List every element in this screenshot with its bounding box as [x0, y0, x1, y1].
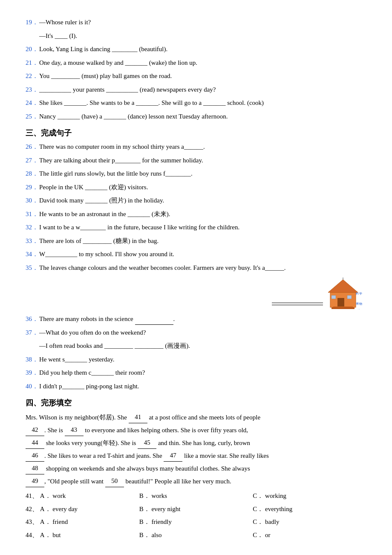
options-row-44: 44、 A． but B． also C． or [26, 530, 366, 541]
opt-41-label: 41、 A． work [26, 491, 139, 502]
q22-text: You _________ (must) play ball games on … [39, 71, 366, 82]
question-29: 29． People in the UK _______ (欢迎) visito… [26, 182, 366, 193]
svg-marker-1 [328, 280, 358, 292]
q40-num: 40． [26, 381, 39, 392]
q32-num: 32． [26, 222, 39, 233]
passage-line6: 49, "Old people still want 50 beautiful!… [26, 475, 366, 487]
blank-45: 45 [138, 437, 156, 449]
q33-text: There are lots of _________ (糖果) in the … [39, 236, 366, 247]
q31-num: 31． [26, 209, 39, 220]
question-26: 26． There was no computer room in my sch… [26, 142, 366, 153]
q30-text: David took many _______ (照片) in the holi… [39, 195, 366, 206]
q34-num: 34． [26, 249, 39, 260]
options-row-41: 41、 A． work B． works C． working [26, 491, 366, 502]
blank-50: 50 [105, 475, 124, 487]
q19-line1: —Whose ruler is it? [39, 17, 366, 28]
question-31: 31． He wants to be an astronaut in the _… [26, 209, 366, 220]
passage-line2: 42. She is 43 to everyone and likes help… [26, 424, 366, 436]
question-32: 32． I want to be a w________ in the futu… [26, 222, 366, 233]
opt-44-a: 44、 A． but [26, 530, 139, 541]
question-28: 28． The little girl runs slowly, but the… [26, 168, 366, 179]
question-38: 38． He went s_______ yesterday. [26, 354, 366, 365]
q20-text: Look, Yang Ling is dancing ________ (bea… [39, 44, 366, 55]
q26-num: 26． [26, 142, 39, 153]
q39-num: 39． [26, 367, 39, 379]
q20-num: 20． [26, 44, 39, 55]
blank-49: 49 [26, 475, 44, 487]
q34-text: W__________ to my school. I'll show you … [39, 249, 366, 260]
q26-text: There was no computer room in my school … [39, 142, 366, 153]
options-row-42: 42、 A． every day B． every night C． every… [26, 504, 366, 515]
q28-num: 28． [26, 168, 39, 179]
q35-num: 35． [26, 263, 39, 274]
museum-line-1 [272, 303, 323, 303]
q27-num: 27． [26, 155, 39, 166]
question-30: 30． David took many _______ (照片) in the … [26, 195, 366, 206]
opt-43-a: 43、 A． friend [26, 517, 139, 528]
q36-num: 36． [26, 314, 39, 325]
q28-text: The little girl runs slowly, but the lit… [39, 168, 366, 179]
question-21: 21． One day, a mouse walked by and _____… [26, 58, 366, 69]
opt-41-b: B． works [139, 491, 253, 502]
opt-42-b: B． every night [139, 504, 253, 515]
q25-num: 25． [26, 111, 39, 122]
blank-46: 46 [26, 450, 44, 462]
opt-43-c: C． badly [253, 517, 366, 528]
opt-41-c: C． working [253, 491, 366, 502]
opt-44-c: C． or [253, 530, 366, 541]
q19-line2: —It's ____ (I). [39, 31, 366, 42]
section4-title: 四、完形填空 [26, 398, 366, 408]
cloze-passage: Mrs. Wilson is my neighbor(邻居). She 41 a… [26, 411, 366, 487]
svg-text:物: 物 [359, 302, 362, 305]
question-25: 25． Nancy _______ (have) a _______ (danc… [26, 111, 366, 122]
q39-text: Did you help them c_______ their room? [39, 367, 366, 379]
q21-num: 21． [26, 58, 39, 69]
svg-text:学: 学 [359, 292, 362, 295]
q23-num: 23． [26, 84, 39, 95]
section3-title: 三、完成句子 [26, 128, 366, 138]
opt-44-b: B． also [139, 530, 253, 541]
q24-num: 24． [26, 98, 39, 109]
blank-42: 42 [26, 424, 44, 436]
q37-num: 37． [26, 327, 39, 338]
blank-48: 48 [26, 462, 44, 474]
passage-line3: 44 she looks very young(年轻). She is 45 a… [26, 437, 366, 449]
q33-num: 33． [26, 236, 39, 247]
blank-47: 47 [164, 450, 182, 462]
passage-line1: Mrs. Wilson is my neighbor(邻居). She 41 a… [26, 411, 366, 423]
question-36: 36． There are many robots in the science… [26, 314, 366, 325]
q27-text: They are talking about their p________ f… [39, 155, 366, 166]
question-39: 39． Did you help them c_______ their roo… [26, 367, 366, 379]
q35-text: The leaves change colours and the weathe… [39, 263, 366, 274]
museum-building-icon: 科 学 博 物 馆 [328, 278, 366, 309]
blank-41: 41 [129, 411, 147, 423]
question-23: 23． __________ your parents __________ (… [26, 84, 366, 95]
opt-42-c: C． everything [253, 504, 366, 515]
question-34: 34． W__________ to my school. I'll show … [26, 249, 366, 260]
q37-line2: —I often read books and _________ ______… [39, 341, 366, 352]
options-row-43: 43、 A． friend B． friendly C． badly [26, 517, 366, 528]
question-22: 22． You _________ (must) play ball games… [26, 71, 366, 82]
svg-rect-2 [337, 298, 344, 307]
svg-text:馆: 馆 [357, 309, 361, 309]
svg-rect-4 [347, 295, 352, 299]
options-container: 41、 A． work B． works C． working 42、 A． e… [26, 491, 366, 541]
blank-43: 43 [65, 424, 84, 436]
q22-num: 22． [26, 71, 39, 82]
opt-43-b: B． friendly [139, 517, 253, 528]
q40-text: I didn't p_______ ping-pong last night. [39, 381, 366, 392]
question-40: 40． I didn't p_______ ping-pong last nig… [26, 381, 366, 392]
question-20: 20． Look, Yang Ling is dancing ________ … [26, 44, 366, 55]
q21-text: One day, a mouse walked by and _______ (… [39, 58, 366, 69]
passage-line4: 46. She likes to wear a red T-shirt and … [26, 450, 366, 462]
svg-rect-3 [331, 295, 336, 299]
q37-line1: —What do you often do on the weekend? [39, 327, 366, 338]
museum-label: 科 学 博 物 馆 [356, 292, 362, 309]
passage-line5: 48 shopping on weekends and she always b… [26, 462, 366, 474]
q23-text: __________ your parents __________ (read… [39, 84, 366, 95]
question-27: 27． They are talking about their p______… [26, 155, 366, 166]
museum-line-2 [272, 305, 323, 305]
q24-text: She likes _______. She wants to be a ___… [39, 98, 366, 109]
question-35: 35． The leaves change colours and the we… [26, 263, 366, 274]
q29-text: People in the UK _______ (欢迎) visitors. [39, 182, 366, 193]
